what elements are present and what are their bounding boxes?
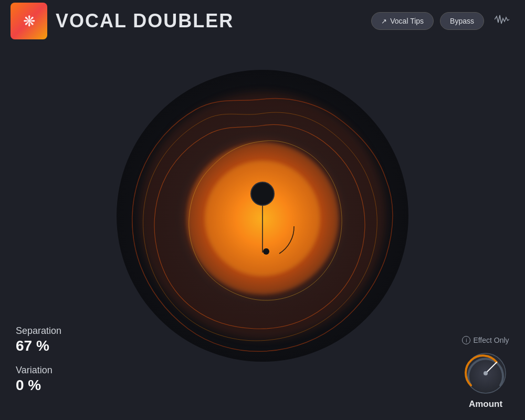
amount-knob-container[interactable]: Amount [462, 350, 509, 410]
bottom-right-controls: i Effect Only [462, 336, 509, 410]
app-title: VOCAL DOUBLER [56, 10, 363, 32]
vocal-tips-button[interactable]: ↗ Vocal Tips [371, 12, 434, 30]
bottom-left-stats: Separation 67 % Variation 0 % [16, 326, 61, 404]
logo-box: ❋ [10, 3, 47, 39]
header: ❋ VOCAL DOUBLER ↗ Vocal Tips Bypass [0, 0, 525, 42]
separation-value: 67 % [16, 338, 61, 354]
effect-only-label-text: Effect Only [473, 336, 509, 344]
info-icon: i [462, 336, 470, 344]
logo-icon: ❋ [23, 13, 35, 30]
visualizer-container[interactable] [110, 64, 415, 368]
external-link-icon: ↗ [381, 17, 387, 25]
variation-value: 0 % [16, 377, 61, 394]
amount-label: Amount [469, 399, 502, 410]
waveform-button[interactable] [490, 11, 514, 31]
header-buttons: ↗ Vocal Tips Bypass [371, 11, 514, 31]
main-area: Separation 67 % Variation 0 % i Effect O… [0, 42, 525, 420]
effect-only-row: i Effect Only [462, 336, 509, 344]
amount-knob[interactable] [462, 350, 509, 397]
separation-label: Separation [16, 326, 61, 337]
waveform-icon [495, 13, 510, 26]
svg-point-8 [263, 248, 269, 255]
svg-point-7 [251, 182, 274, 205]
variation-label: Variation [16, 365, 61, 376]
bypass-button[interactable]: Bypass [440, 12, 484, 30]
svg-point-11 [484, 371, 488, 375]
vocal-doubler-visualizer[interactable] [110, 64, 415, 368]
